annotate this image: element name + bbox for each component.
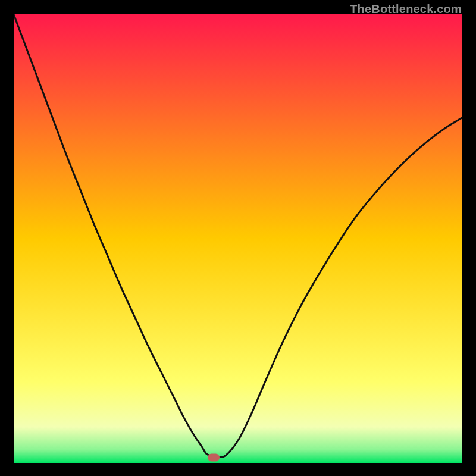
chart-frame: TheBottleneck.com	[0, 0, 476, 476]
watermark-text: TheBottleneck.com	[350, 2, 462, 16]
plot-area	[14, 14, 462, 463]
optimal-marker	[208, 453, 220, 461]
bottleneck-curve	[14, 14, 462, 463]
